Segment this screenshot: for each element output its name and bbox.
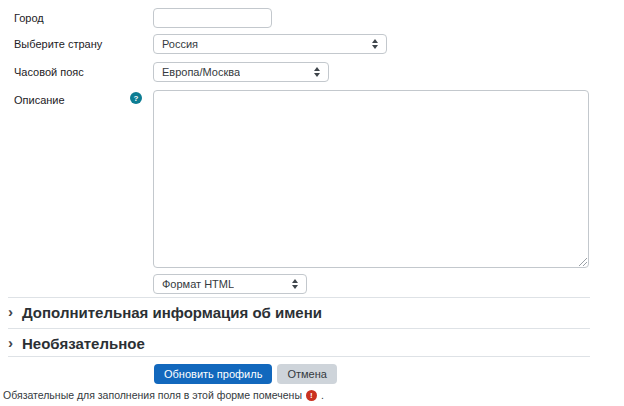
section-optional[interactable]: › Необязательное	[8, 335, 145, 352]
timezone-select-value: Европа/Москва	[162, 66, 240, 78]
section-title: Необязательное	[22, 335, 145, 352]
country-select[interactable]: Россия	[153, 34, 387, 54]
form-actions: Обновить профиль Отмена	[154, 364, 337, 384]
country-label: Выберите страну	[14, 39, 102, 50]
select-arrows-icon	[314, 67, 320, 77]
required-note-text: Обязательные для заполнения поля в этой …	[3, 389, 302, 401]
required-icon: !	[306, 390, 317, 401]
select-arrows-icon	[292, 279, 298, 289]
section-additional-names[interactable]: › Дополнительная информация об имени	[8, 304, 322, 321]
required-fields-note: Обязательные для заполнения поля в этой …	[3, 389, 324, 401]
country-select-value: Россия	[162, 38, 198, 50]
format-select[interactable]: Формат HTML	[153, 274, 307, 294]
cancel-button[interactable]: Отмена	[277, 364, 336, 384]
timezone-label: Часовой пояс	[14, 67, 84, 78]
select-arrows-icon	[372, 39, 378, 49]
required-note-suffix: .	[321, 389, 324, 401]
help-icon[interactable]: ?	[130, 92, 142, 104]
format-select-value: Формат HTML	[162, 278, 234, 290]
timezone-select[interactable]: Европа/Москва	[153, 62, 329, 82]
section-title: Дополнительная информация об имени	[22, 304, 322, 321]
update-profile-button[interactable]: Обновить профиль	[154, 364, 272, 384]
chevron-right-icon: ›	[8, 304, 13, 319]
profile-edit-form: Город Выберите страну Россия Часовой поя…	[0, 0, 624, 406]
city-input[interactable]	[153, 8, 272, 28]
divider	[8, 356, 590, 357]
description-label: Описание	[14, 95, 65, 106]
description-textarea[interactable]	[153, 90, 589, 268]
city-label: Город	[14, 13, 44, 24]
divider	[8, 328, 590, 329]
chevron-right-icon: ›	[8, 335, 13, 350]
divider	[8, 297, 590, 298]
